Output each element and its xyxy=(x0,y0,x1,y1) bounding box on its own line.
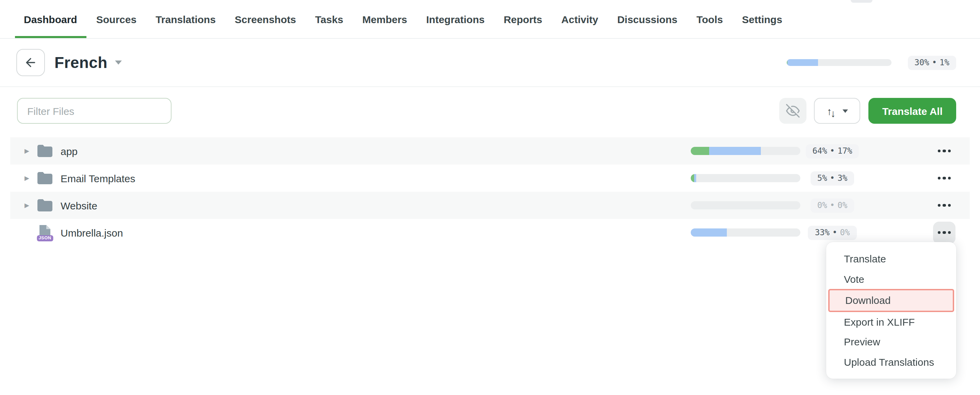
nav-tab-tasks[interactable]: Tasks xyxy=(305,0,353,38)
nav-tab-sources[interactable]: Sources xyxy=(87,0,146,38)
files-toolbar: ↑↓ Translate All xyxy=(0,87,980,124)
nav-tab-tools[interactable]: Tools xyxy=(687,0,733,38)
badge-translated: 0% xyxy=(817,200,827,210)
badge-approved: 3% xyxy=(837,173,847,182)
badge-separator: • xyxy=(932,57,937,67)
row-progress-bar xyxy=(691,174,800,182)
expand-caret-icon[interactable]: ▶ xyxy=(24,148,34,154)
file-list: ▶ app 64%•17% ▶ xyxy=(10,137,970,246)
progress-approved-segment xyxy=(691,174,694,182)
nav-tab-discussions[interactable]: Discussions xyxy=(608,0,687,38)
page-title: French xyxy=(54,53,108,72)
badge-approved: 0% xyxy=(840,227,850,237)
row-stats-badge: 64%•17% xyxy=(805,144,859,158)
row-actions-button-active[interactable] xyxy=(933,221,956,244)
project-nav: Dashboard Sources Translations Screensho… xyxy=(0,0,980,39)
progress-translated-segment xyxy=(691,228,727,236)
json-file-icon: JSON xyxy=(37,225,53,240)
badge-translated: 33% xyxy=(815,227,830,237)
language-switcher-caret-icon[interactable] xyxy=(115,60,122,65)
row-stats-badge: 5%•3% xyxy=(811,171,854,185)
badge-approved: 17% xyxy=(837,146,852,155)
file-row-app[interactable]: ▶ app 64%•17% xyxy=(10,137,970,165)
context-menu-item[interactable]: Upload Translations xyxy=(826,352,956,372)
row-actions-button[interactable] xyxy=(933,194,956,217)
context-menu-item[interactable]: Vote xyxy=(826,269,956,289)
language-stats-badge: 30%•1% xyxy=(907,56,956,70)
row-progress-bar xyxy=(691,147,800,155)
sort-arrows-icon: ↑↓ xyxy=(827,106,834,116)
eye-off-icon xyxy=(786,104,800,117)
expand-caret-icon[interactable]: ▶ xyxy=(24,202,34,209)
nav-tab-screenshots[interactable]: Screenshots xyxy=(225,0,305,38)
ellipsis-icon xyxy=(938,177,951,180)
arrow-left-icon xyxy=(24,56,37,69)
nav-tab-settings[interactable]: Settings xyxy=(732,0,791,38)
expand-caret-icon[interactable]: ▶ xyxy=(24,175,34,181)
file-name: Website xyxy=(60,200,97,211)
row-stats-badge: 33%•0% xyxy=(808,225,857,240)
progress-translated-segment xyxy=(788,59,818,66)
nav-tab-integrations[interactable]: Integrations xyxy=(417,0,495,38)
file-name: Umbrella.json xyxy=(60,227,123,238)
row-stats-badge: 0%•0% xyxy=(811,198,854,213)
sort-caret-icon xyxy=(843,109,848,113)
badge-translated: 64% xyxy=(812,146,827,155)
progress-approved-segment xyxy=(691,147,710,155)
row-progress-bar xyxy=(691,228,800,236)
file-row-email-templates[interactable]: ▶ Email Templates 5%•3% xyxy=(10,165,970,192)
badge-translated: 30% xyxy=(914,57,929,67)
nav-tab-reports[interactable]: Reports xyxy=(494,0,552,38)
json-file-type-badge: JSON xyxy=(37,235,53,241)
badge-approved: 1% xyxy=(940,57,950,67)
context-menu-item[interactable]: Preview xyxy=(826,332,956,352)
file-name: Email Templates xyxy=(60,172,135,184)
folder-icon xyxy=(37,172,53,184)
file-row-website[interactable]: ▶ Website 0%•0% xyxy=(10,192,970,219)
badge-separator: • xyxy=(832,227,837,237)
row-actions-button[interactable] xyxy=(933,167,956,189)
project-language-page: Dashboard Sources Translations Screensho… xyxy=(0,0,980,395)
nav-tab-activity[interactable]: Activity xyxy=(552,0,608,38)
folder-icon xyxy=(37,199,53,211)
context-menu-item[interactable]: Translate xyxy=(826,249,956,269)
badge-translated: 5% xyxy=(817,173,827,182)
ellipsis-icon xyxy=(938,231,951,234)
translate-all-button[interactable]: Translate All xyxy=(869,98,956,124)
file-name: app xyxy=(60,145,78,157)
progress-translated-segment xyxy=(694,174,696,182)
folder-icon xyxy=(37,145,53,157)
badge-separator: • xyxy=(830,200,835,210)
ellipsis-icon xyxy=(938,149,951,152)
row-actions-button[interactable] xyxy=(933,140,956,162)
ellipsis-icon xyxy=(938,204,951,207)
cutoff-element-sliver xyxy=(851,0,872,3)
badge-approved: 0% xyxy=(837,200,847,210)
nav-tab-translations[interactable]: Translations xyxy=(146,0,225,38)
context-menu-item[interactable]: Download xyxy=(828,289,954,312)
language-progress-bar xyxy=(786,59,891,66)
filter-files-input[interactable] xyxy=(17,98,172,124)
context-menu-item[interactable]: Export in XLIFF xyxy=(826,312,956,332)
language-header: French 30%•1% xyxy=(0,39,980,87)
badge-separator: • xyxy=(830,146,835,155)
badge-separator: • xyxy=(830,173,835,182)
back-button[interactable] xyxy=(16,49,45,76)
file-context-menu: Translate Vote Download Export in XLIFF … xyxy=(826,242,956,379)
sort-order-button[interactable]: ↑↓ xyxy=(814,98,861,124)
nav-tab-dashboard[interactable]: Dashboard xyxy=(15,0,87,38)
progress-translated-segment xyxy=(710,147,761,155)
nav-tab-members[interactable]: Members xyxy=(353,0,417,38)
file-row-umbrella-json[interactable]: JSON Umbrella.json 33%•0% xyxy=(10,219,970,246)
toggle-hidden-files-button[interactable] xyxy=(780,98,807,124)
row-progress-bar xyxy=(691,201,800,209)
